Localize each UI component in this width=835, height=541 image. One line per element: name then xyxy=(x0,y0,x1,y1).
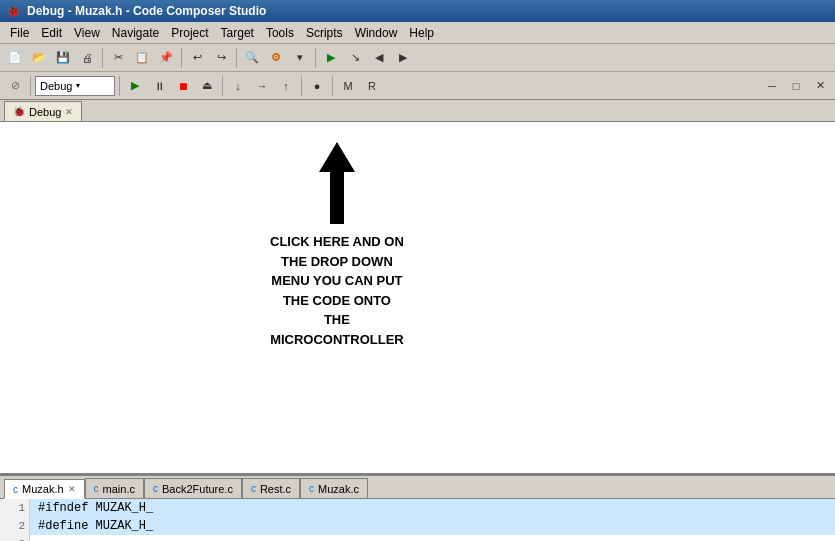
tb2-reg[interactable]: R xyxy=(361,75,383,97)
toolbar-2: ⊘ Debug ▾ ▶ ⏸ ⏹ ⏏ ↓ → ↑ ● M R ─ □ ✕ xyxy=(0,72,835,100)
title-bar-icon: 🐞 xyxy=(6,4,21,18)
tb2-step-over[interactable]: → xyxy=(251,75,273,97)
file-tab-label-mainc: main.c xyxy=(103,483,135,495)
tb-paste[interactable]: 📌 xyxy=(155,47,177,69)
tb-redo[interactable]: ↪ xyxy=(210,47,232,69)
tb2-step-into[interactable]: ↓ xyxy=(227,75,249,97)
file-icon-muzakc: c xyxy=(309,483,314,494)
file-tab-label-restc: Rest.c xyxy=(260,483,291,495)
menu-bar: File Edit View Navigate Project Target T… xyxy=(0,22,835,44)
tb2-dropdown-label: Debug xyxy=(40,80,72,92)
menu-file[interactable]: File xyxy=(4,24,35,42)
tb2-close[interactable]: ✕ xyxy=(809,75,831,97)
debug-tab-icon: 🐞 xyxy=(13,106,25,117)
tb-build-dropdown[interactable]: ▾ xyxy=(289,47,311,69)
toolbar-separator-4 xyxy=(315,48,316,68)
code-panel: c Muzak.h ✕ c main.c c Back2Future.c c R… xyxy=(0,475,835,541)
annotation-text: CLICK HERE AND ON THE DROP DOWN MENU YOU… xyxy=(270,232,404,349)
file-tabs-row: c Muzak.h ✕ c main.c c Back2Future.c c R… xyxy=(0,475,835,499)
toolbar2-separator-2 xyxy=(119,76,120,96)
toolbar2-separator-1 xyxy=(30,76,31,96)
title-bar: 🐞 Debug - Muzak.h - Code Composer Studio xyxy=(0,0,835,22)
tb2-min[interactable]: ─ xyxy=(761,75,783,97)
toolbar-separator-2 xyxy=(181,48,182,68)
menu-edit[interactable]: Edit xyxy=(35,24,68,42)
code-content-2: #define MUZAK_H_ xyxy=(30,519,153,533)
tb-debug-run[interactable]: ▶ xyxy=(320,47,342,69)
file-tab-close-muzakh[interactable]: ✕ xyxy=(68,484,76,494)
code-line-1: 1 #ifndef MUZAK_H_ xyxy=(0,499,835,517)
toolbar-separator-3 xyxy=(236,48,237,68)
menu-scripts[interactable]: Scripts xyxy=(300,24,349,42)
file-tab-muzakh[interactable]: c Muzak.h ✕ xyxy=(4,479,85,499)
line-num-3: 3 xyxy=(0,535,30,541)
tb-build[interactable]: ⚙ xyxy=(265,47,287,69)
tb2-breakpoint[interactable]: ● xyxy=(306,75,328,97)
debug-tab-row: 🐞 Debug ✕ xyxy=(0,100,835,122)
line-num-1: 1 xyxy=(0,499,30,517)
menu-help[interactable]: Help xyxy=(403,24,440,42)
menu-project[interactable]: Project xyxy=(165,24,214,42)
file-tab-label-muzakh: Muzak.h xyxy=(22,483,64,495)
file-icon-restc: c xyxy=(251,483,256,494)
tb-copy[interactable]: 📋 xyxy=(131,47,153,69)
title-bar-text: Debug - Muzak.h - Code Composer Studio xyxy=(27,4,266,18)
menu-navigate[interactable]: Navigate xyxy=(106,24,165,42)
tb2-dropdown[interactable]: Debug ▾ xyxy=(35,76,115,96)
tb-undo[interactable]: ↩ xyxy=(186,47,208,69)
arrow-shaft xyxy=(330,172,344,224)
file-tab-label-back2future: Back2Future.c xyxy=(162,483,233,495)
menu-view[interactable]: View xyxy=(68,24,106,42)
debug-panel: 🐞 Debug ✕ CLICK HERE AND ON THE DROP DOW… xyxy=(0,100,835,475)
file-tab-label-muzakc: Muzak.c xyxy=(318,483,359,495)
code-content-1: #ifndef MUZAK_H_ xyxy=(30,501,153,515)
toolbar2-separator-3 xyxy=(222,76,223,96)
debug-content-area: CLICK HERE AND ON THE DROP DOWN MENU YOU… xyxy=(0,122,835,473)
code-line-3: 3 xyxy=(0,535,835,541)
code-editor[interactable]: 1 #ifndef MUZAK_H_ 2 #define MUZAK_H_ 3 … xyxy=(0,499,835,541)
file-tab-restc[interactable]: c Rest.c xyxy=(242,478,300,498)
debug-tab-label: Debug xyxy=(29,106,61,118)
menu-tools[interactable]: Tools xyxy=(260,24,300,42)
debug-tab[interactable]: 🐞 Debug ✕ xyxy=(4,101,82,121)
file-tab-muzakc[interactable]: c Muzak.c xyxy=(300,478,368,498)
tb2-stop[interactable]: ⏹ xyxy=(172,75,194,97)
code-line-2: 2 #define MUZAK_H_ xyxy=(0,517,835,535)
toolbar-1: 📄 📂 💾 🖨 ✂ 📋 📌 ↩ ↪ 🔍 ⚙ ▾ ▶ ↘ ◀ ▶ xyxy=(0,44,835,72)
tb-forward[interactable]: ▶ xyxy=(392,47,414,69)
tb-cut[interactable]: ✂ xyxy=(107,47,129,69)
tb-new[interactable]: 📄 xyxy=(4,47,26,69)
file-tab-mainc[interactable]: c main.c xyxy=(85,478,144,498)
tb2-disconnect[interactable]: ⏏ xyxy=(196,75,218,97)
tb2-max[interactable]: □ xyxy=(785,75,807,97)
toolbar-separator-1 xyxy=(102,48,103,68)
menu-target[interactable]: Target xyxy=(215,24,260,42)
tb-back[interactable]: ◀ xyxy=(368,47,390,69)
toolbar2-separator-4 xyxy=(301,76,302,96)
line-num-2: 2 xyxy=(0,517,30,535)
tb2-mem[interactable]: M xyxy=(337,75,359,97)
file-icon-mainc: c xyxy=(94,483,99,494)
tb-open[interactable]: 📂 xyxy=(28,47,50,69)
tb2-resume[interactable]: ▶ xyxy=(124,75,146,97)
tb-print[interactable]: 🖨 xyxy=(76,47,98,69)
file-icon-back2future: c xyxy=(153,483,158,494)
tb-save[interactable]: 💾 xyxy=(52,47,74,69)
toolbar2-separator-5 xyxy=(332,76,333,96)
tb-search[interactable]: 🔍 xyxy=(241,47,263,69)
menu-window[interactable]: Window xyxy=(349,24,404,42)
tb2-btn1[interactable]: ⊘ xyxy=(4,75,26,97)
tb2-step-return[interactable]: ↑ xyxy=(275,75,297,97)
file-tab-back2future[interactable]: c Back2Future.c xyxy=(144,478,242,498)
arrow-graphic xyxy=(319,142,355,224)
debug-tab-close[interactable]: ✕ xyxy=(65,107,73,117)
chevron-down-icon: ▾ xyxy=(76,81,80,90)
file-icon-muzakh: c xyxy=(13,484,18,495)
annotation-container: CLICK HERE AND ON THE DROP DOWN MENU YOU… xyxy=(270,142,404,349)
arrow-head xyxy=(319,142,355,172)
main-layout: 🐞 Debug - Muzak.h - Code Composer Studio… xyxy=(0,0,835,541)
tb-debug-step[interactable]: ↘ xyxy=(344,47,366,69)
tb2-suspend[interactable]: ⏸ xyxy=(148,75,170,97)
